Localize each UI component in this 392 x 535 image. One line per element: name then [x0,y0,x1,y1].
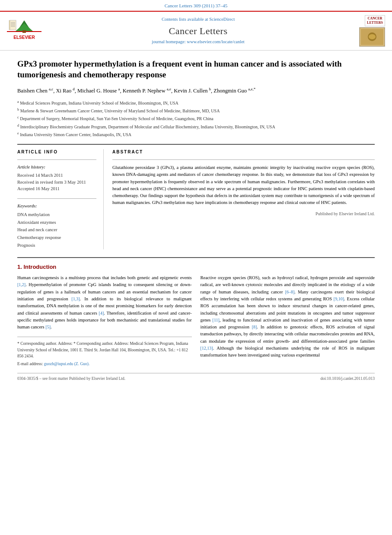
contents-label: Contents lists available at [162,17,208,22]
received-date: Received 14 March 2011 [17,172,96,179]
journal-citation: Cancer Letters 309 (2011) 37–45 [165,3,228,8]
published-by: Published by Elsevier Ireland Ltd. [112,211,375,217]
intro-left-para-1: Human carcinogenesis is a multistep proc… [17,274,192,331]
kw-5: Prognosis [17,242,96,249]
article-info-col: ARTICLE INFO Article history: Received 1… [17,149,104,249]
affil-a: a Medical Sciences Program, Indiana Univ… [17,99,375,106]
cancer-letters-logo: CANCER LETTERS [355,15,385,46]
svg-text:ELSEVIER: ELSEVIER [13,35,35,40]
footnote-corresponding: * Corresponding author. Address: * Corre… [17,341,192,359]
authors-line: Baishen Chen a,c, Xi Rao d, Michael G. H… [17,86,375,95]
abstract-header: ABSTRACT [112,149,375,155]
body-divider [17,257,375,258]
accepted-date: Accepted 16 May 2011 [17,185,96,192]
info-abstract-section: ARTICLE INFO Article history: Received 1… [17,149,375,249]
bottom-bar: 0304-3835/$ – see front matter Published… [17,373,375,382]
article-title: GPx3 promoter hypermethylation is a freq… [17,58,375,80]
article-info-header: ARTICLE INFO [17,149,96,155]
kw-3: Head and neck cancer [17,226,96,234]
svg-rect-4 [22,30,26,33]
kw-1: DNA methylation [17,211,96,219]
intro-title: 1. Introduction [17,263,375,271]
affiliations: a Medical Sciences Program, Indiana Univ… [17,99,375,138]
introduction-section: 1. Introduction Human carcinogenesis is … [17,263,375,369]
footnote-email: E-mail address: guozh@iupui.edu (Z. Guo)… [17,361,192,367]
kw-2: Antioxidant enzymes [17,219,96,226]
journal-homepage: journal homepage: www.elsevier.com/locat… [47,39,350,45]
contents-line: Contents lists available at ScienceDirec… [47,16,350,23]
body-right-col: Reactive oxygen species (ROS), such as h… [201,274,375,369]
affil-c: c Department of Surgery, Memorial Hospit… [17,115,375,122]
elsevier-logo: ELSEVIER [7,18,41,44]
abstract-text: Glutathione peroxidase 3 (GPx3), a plasm… [112,164,375,207]
body-two-col: Human carcinogenesis is a multistep proc… [17,274,375,369]
footnote-area: * Corresponding author. Address: * Corre… [17,337,192,367]
header-divider [17,144,375,145]
keywords-block: Keywords: DNA methylation Antioxidant en… [17,203,96,249]
cl-logo-image [359,27,385,47]
article-history: Article history: Received 14 March 2011 … [17,164,96,192]
history-label: Article history: [17,164,96,171]
top-bar: Cancer Letters 309 (2011) 37–45 [0,0,392,11]
homepage-label: journal homepage: [152,39,185,44]
kw-4: Chemotherapy response [17,234,96,242]
keywords-label: Keywords: [17,203,96,210]
copyright-text: 0304-3835/$ – see front matter Published… [17,376,125,382]
doi-text: doi:10.1016/j.canlet.2011.05.013 [320,376,375,382]
abstract-divider [112,159,375,160]
affil-b: b Marlene & Stewart Greenebaum Cancer Ce… [17,107,375,114]
page-container: Cancer Letters 309 (2011) 37–45 ELSEVIER [0,0,392,535]
received-revised-date: Received in revised form 3 May 2011 [17,179,96,186]
journal-title-section: Contents lists available at ScienceDirec… [47,16,350,45]
svg-marker-3 [16,23,33,31]
main-content: GPx3 promoter hypermethylation is a freq… [0,51,392,391]
info-divider [17,159,96,160]
affil-e: e Indiana University Simon Cancer Center… [17,131,375,138]
affil-d: d Interdisciplinary Biochemistry Graduat… [17,123,375,130]
homepage-url[interactable]: www.elsevier.com/locate/canlet [187,39,244,44]
cl-logo-box: CANCER LETTERS [365,15,385,26]
svg-point-14 [369,34,376,39]
journal-name: Cancer Letters [47,25,350,38]
sciencedirect-link[interactable]: ScienceDirect [209,17,235,22]
abstract-col: ABSTRACT Glutathione peroxidase 3 (GPx3)… [112,149,375,249]
journal-header: ELSEVIER Contents lists available at Sci… [0,11,392,50]
intro-right-para-1: Reactive oxygen species (ROS), such as h… [201,274,375,359]
keywords-divider [17,198,96,199]
body-left-col: Human carcinogenesis is a multistep proc… [17,274,192,369]
